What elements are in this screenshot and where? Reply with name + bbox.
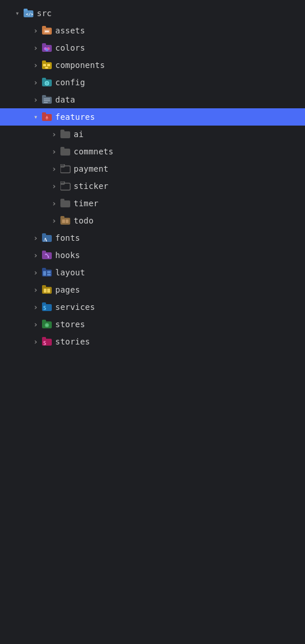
tree-item-sticker[interactable]: sticker xyxy=(0,177,305,195)
tree-item-stories[interactable]: S stories xyxy=(0,333,305,350)
folder-icon-features xyxy=(41,111,53,123)
tree-item-hooks[interactable]: hooks xyxy=(0,247,305,264)
tree-label-ai: ai xyxy=(74,130,83,139)
chevron-features xyxy=(30,111,41,123)
svg-rect-63 xyxy=(42,320,46,323)
folder-icon-sticker xyxy=(60,180,71,192)
chevron-stories xyxy=(30,336,41,347)
tree-item-assets[interactable]: assets xyxy=(0,22,305,39)
svg-rect-56 xyxy=(42,285,46,288)
svg-rect-13 xyxy=(42,60,46,63)
svg-text:S: S xyxy=(43,305,46,311)
folder-icon-fonts: A xyxy=(41,232,53,244)
folder-icon-config xyxy=(41,77,53,88)
svg-rect-6 xyxy=(45,31,49,32)
folder-icon-stores xyxy=(41,319,53,330)
chevron-hooks xyxy=(30,249,41,261)
tree-label-colors: colors xyxy=(55,43,85,52)
tree-item-todo[interactable]: todo xyxy=(0,212,305,229)
svg-rect-31 xyxy=(60,130,64,132)
chevron-data xyxy=(30,94,41,105)
folder-icon-layout xyxy=(41,267,53,278)
tree-label-fonts: fonts xyxy=(55,233,80,243)
tree-label-timer: timer xyxy=(74,199,98,208)
svg-text:A: A xyxy=(44,237,48,243)
svg-point-20 xyxy=(46,82,47,84)
tree-label-assets: assets xyxy=(55,26,85,35)
chevron-stores xyxy=(30,319,41,330)
chevron-assets xyxy=(30,25,41,36)
svg-rect-42 xyxy=(62,219,65,223)
tree-item-colors[interactable]: colors xyxy=(0,39,305,56)
svg-rect-45 xyxy=(42,233,46,236)
tree-item-components[interactable]: components xyxy=(0,56,305,74)
file-tree: </> src assets co xyxy=(0,0,305,355)
svg-rect-23 xyxy=(44,99,50,100)
chevron-sticker xyxy=(48,180,60,192)
tree-label-services: services xyxy=(55,302,95,312)
tree-item-data[interactable]: data xyxy=(0,91,305,108)
folder-icon-data xyxy=(41,94,53,105)
svg-rect-25 xyxy=(44,102,48,103)
chevron-fonts xyxy=(30,232,41,244)
tree-label-payment: payment xyxy=(74,164,108,173)
tree-label-hooks: hooks xyxy=(55,251,80,260)
folder-icon-src: </> xyxy=(23,7,35,19)
folder-icon-assets xyxy=(41,25,53,36)
chevron-config xyxy=(30,77,41,88)
tree-label-config: config xyxy=(55,78,85,87)
chevron-services xyxy=(30,301,41,313)
chevron-src xyxy=(12,7,23,19)
tree-item-timer[interactable]: timer xyxy=(0,195,305,212)
svg-rect-8 xyxy=(42,43,46,46)
svg-rect-51 xyxy=(42,268,46,271)
folder-icon-pages xyxy=(41,284,53,296)
svg-point-49 xyxy=(48,256,49,257)
svg-text:</>: </> xyxy=(26,12,33,17)
chevron-commnets xyxy=(48,146,60,157)
svg-rect-43 xyxy=(66,219,68,223)
folder-icon-components xyxy=(41,59,53,71)
tree-item-commnets[interactable]: commnets xyxy=(0,143,305,160)
svg-rect-52 xyxy=(43,271,46,276)
svg-rect-54 xyxy=(47,274,51,276)
folder-icon-commnets xyxy=(60,146,71,157)
tree-item-ai[interactable]: ai xyxy=(0,126,305,143)
tree-item-payment[interactable]: payment xyxy=(0,160,305,177)
svg-rect-27 xyxy=(42,112,46,115)
svg-rect-53 xyxy=(47,271,51,274)
folder-icon-hooks xyxy=(41,249,53,261)
folder-icon-colors xyxy=(41,42,53,54)
tree-item-stores[interactable]: stores xyxy=(0,316,305,333)
svg-rect-15 xyxy=(47,64,50,66)
svg-rect-58 xyxy=(47,289,50,293)
svg-rect-18 xyxy=(42,78,46,81)
chevron-payment xyxy=(48,163,60,175)
chevron-pages xyxy=(30,284,41,296)
tree-item-src[interactable]: </> src xyxy=(0,5,305,22)
tree-item-services[interactable]: S services xyxy=(0,298,305,316)
folder-icon-payment xyxy=(60,163,71,175)
tree-item-pages[interactable]: pages xyxy=(0,281,305,298)
svg-text:S: S xyxy=(43,340,46,346)
tree-item-layout[interactable]: layout xyxy=(0,264,305,281)
svg-rect-29 xyxy=(47,119,47,120)
svg-rect-67 xyxy=(42,337,46,340)
tree-label-todo: todo xyxy=(74,216,94,225)
svg-rect-39 xyxy=(60,199,64,202)
folder-icon-stories: S xyxy=(41,336,53,347)
tree-item-fonts[interactable]: A fonts xyxy=(0,229,305,247)
chevron-timer xyxy=(48,198,60,209)
folder-icon-todo xyxy=(60,215,71,226)
tree-label-commnets: commnets xyxy=(74,147,113,156)
tree-item-features[interactable]: features xyxy=(0,108,305,126)
svg-rect-1 xyxy=(24,9,28,12)
svg-point-65 xyxy=(46,324,48,326)
chevron-ai xyxy=(48,128,60,140)
folder-icon-services: S xyxy=(41,301,53,313)
svg-rect-33 xyxy=(60,147,64,150)
tree-item-config[interactable]: config xyxy=(0,74,305,91)
chevron-todo xyxy=(48,215,60,226)
chevron-colors xyxy=(30,42,41,54)
svg-rect-16 xyxy=(45,67,48,69)
